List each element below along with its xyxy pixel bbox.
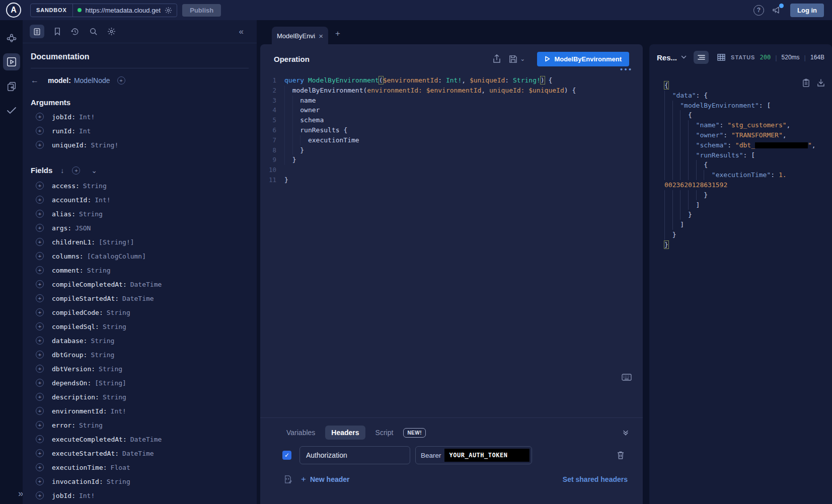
add-field-icon[interactable]: + (36, 294, 44, 302)
new-tab-button[interactable]: + (335, 29, 340, 39)
add-field-icon[interactable]: + (36, 449, 44, 457)
response-line[interactable]: "modelByEnvironment": [ (664, 101, 829, 111)
field-item[interactable]: +description:String (31, 390, 249, 404)
field-item[interactable]: +accountId:Int! (31, 193, 249, 207)
response-line[interactable]: "schema": "dbt_", (664, 140, 829, 150)
save-chevron-icon[interactable]: ⌄ (520, 55, 525, 62)
field-item[interactable]: +executeCompletedAt:DateTime (31, 432, 249, 446)
field-type[interactable]: Int! (111, 407, 126, 415)
field-item[interactable]: +access:String (31, 179, 249, 193)
operation-tab[interactable]: ModelByEnvi... × (272, 27, 328, 45)
field-type[interactable]: Int! (79, 492, 95, 499)
add-field-icon[interactable]: + (36, 182, 44, 190)
fields-chevron-icon[interactable]: ⌄ (91, 166, 97, 175)
copy-response-icon[interactable] (802, 78, 810, 88)
response-line[interactable]: { (664, 110, 829, 120)
settings-gear-icon[interactable] (107, 27, 116, 36)
add-field-icon[interactable]: + (36, 477, 44, 485)
code-line[interactable]: 8} (260, 145, 643, 155)
response-line[interactable]: "name": "stg_customers", (664, 120, 829, 130)
add-field-icon[interactable]: + (36, 196, 44, 204)
add-field-icon[interactable]: + (36, 141, 44, 149)
field-type[interactable]: String (79, 422, 103, 429)
code-line[interactable]: 10 (260, 165, 643, 175)
code-line[interactable]: 9} (260, 155, 643, 165)
checks-icon[interactable] (3, 102, 20, 119)
editor-overflow-menu-icon[interactable]: ••• (620, 66, 633, 73)
add-field-icon[interactable]: + (36, 365, 44, 373)
field-item[interactable]: +args:JSON (31, 221, 249, 235)
field-type[interactable]: DateTime (122, 450, 154, 457)
field-type[interactable]: String (91, 351, 114, 359)
save-operation-group[interactable]: ⌄ (509, 55, 525, 63)
code-line[interactable]: 1query ModelByEnvironment($environmentId… (260, 75, 643, 86)
endpoint-url-input[interactable]: https://metadata.cloud.get (73, 4, 177, 17)
field-type[interactable]: String (107, 478, 130, 485)
response-line[interactable]: "executionTime": 1. (664, 170, 829, 180)
add-field-icon[interactable]: + (36, 266, 44, 274)
add-field-icon[interactable]: + (36, 393, 44, 401)
set-shared-headers-link[interactable]: Set shared headers (563, 475, 628, 483)
add-field-icon[interactable]: + (36, 337, 44, 345)
field-item[interactable]: +compileStartedAt:DateTime (31, 291, 249, 305)
code-line[interactable]: 2modelByEnvironment(environmentId: $envi… (260, 86, 643, 96)
code-line[interactable]: 3name (260, 96, 643, 106)
tab-script[interactable]: Script (369, 426, 400, 440)
field-type[interactable]: Int! (79, 113, 95, 121)
bookmarks-icon[interactable] (54, 27, 61, 36)
add-field-icon[interactable]: + (36, 280, 44, 288)
add-field-icon[interactable]: + (36, 463, 44, 471)
field-item[interactable]: +childrenL1:[String!] (31, 235, 249, 249)
apollo-logo-icon[interactable]: A (6, 3, 21, 18)
field-item[interactable]: +error:String (31, 418, 249, 432)
breadcrumb-type-link[interactable]: ModelNode (74, 76, 110, 85)
formatted-view-icon[interactable] (694, 51, 709, 64)
field-type[interactable]: String (83, 182, 107, 190)
header-enabled-checkbox[interactable]: ✓ (282, 451, 291, 460)
field-type[interactable]: String (91, 337, 114, 345)
field-type[interactable]: DateTime (130, 436, 162, 443)
response-line[interactable]: { (664, 160, 829, 170)
response-chevron-icon[interactable] (681, 55, 687, 59)
download-response-icon[interactable] (817, 78, 825, 88)
search-icon[interactable] (89, 27, 98, 36)
auth-token-value[interactable]: YOUR_AUTH_TOKEN (444, 449, 530, 462)
help-icon[interactable]: ? (753, 5, 764, 16)
publish-button[interactable]: Publish (182, 4, 221, 17)
add-field-icon[interactable]: + (36, 491, 44, 499)
field-type[interactable]: DateTime (122, 295, 154, 302)
add-field-icon[interactable]: + (36, 252, 44, 260)
keyboard-shortcuts-icon[interactable] (622, 374, 632, 381)
code-line[interactable]: 4owner (260, 105, 643, 115)
response-json[interactable]: {"data": {"modelByEnvironment": [{"name"… (649, 70, 832, 250)
field-item[interactable]: +dbtVersion:String (31, 362, 249, 376)
field-item[interactable]: +jobId:Int! (31, 488, 249, 502)
response-line[interactable]: "data": { (664, 91, 829, 101)
table-view-icon[interactable] (714, 51, 729, 64)
header-value-input[interactable]: Bearer YOUR_AUTH_TOKEN (415, 446, 532, 464)
argument-item[interactable]: +uniqueId:String! (31, 138, 249, 152)
preflight-script-icon[interactable] (283, 475, 292, 484)
add-field-icon[interactable]: + (36, 351, 44, 359)
field-item[interactable]: +compileCompletedAt:DateTime (31, 277, 249, 291)
field-type[interactable]: Int (79, 127, 91, 135)
field-item[interactable]: +columns:[CatalogColumn] (31, 249, 249, 263)
field-item[interactable]: +compiledCode:String (31, 305, 249, 319)
add-all-fields-icon[interactable]: + (72, 166, 80, 175)
announcements-megaphone-icon[interactable] (772, 6, 782, 15)
history-icon[interactable] (70, 27, 80, 36)
tab-variables[interactable]: Variables (280, 426, 321, 440)
response-line[interactable]: } (664, 230, 829, 240)
field-type[interactable]: String (99, 365, 122, 373)
response-line[interactable]: } (664, 210, 829, 220)
share-operation-icon[interactable] (493, 54, 501, 63)
response-line[interactable]: "runResults": [ (664, 150, 829, 160)
explorer-icon[interactable] (3, 53, 20, 70)
field-type[interactable]: String (87, 267, 111, 274)
schema-graph-icon[interactable] (3, 29, 20, 46)
field-item[interactable]: +dependsOn:[String] (31, 376, 249, 390)
field-type[interactable]: Int! (95, 196, 110, 204)
operation-collections-icon[interactable] (3, 77, 20, 95)
delete-header-icon[interactable] (617, 451, 625, 460)
add-field-icon[interactable]: + (36, 435, 44, 443)
